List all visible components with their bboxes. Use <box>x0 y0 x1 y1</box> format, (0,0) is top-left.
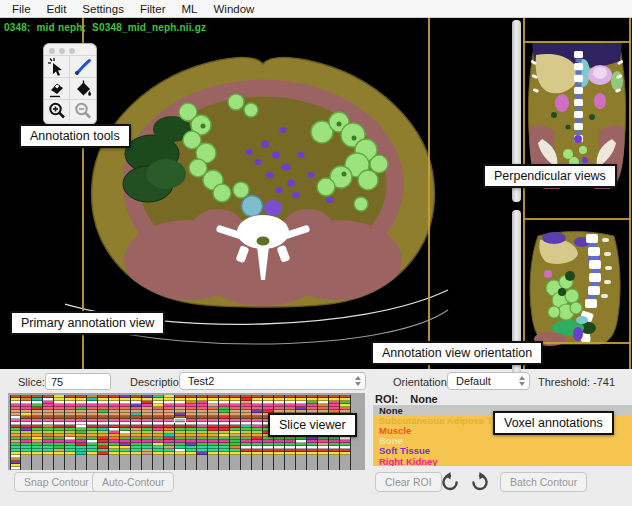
slice-column[interactable] <box>153 395 164 470</box>
slice-cell[interactable] <box>87 452 97 455</box>
menu-item-file[interactable]: File <box>4 2 39 16</box>
brush-tool-button[interactable] <box>70 55 96 77</box>
slice-cell[interactable] <box>11 467 20 470</box>
slice-column[interactable] <box>21 395 32 470</box>
slice-cell[interactable] <box>65 452 75 455</box>
description-select[interactable]: Test2 <box>179 372 366 390</box>
slice-column[interactable] <box>219 395 230 470</box>
roi-list-item[interactable]: Bone <box>373 436 632 446</box>
fill-bucket-tool-button[interactable] <box>70 77 96 99</box>
annotation-tool-palette <box>43 43 97 125</box>
primary-annotation-view-callout: Primary annotation view <box>10 311 165 335</box>
slice-column[interactable] <box>10 395 21 470</box>
window-dot[interactable] <box>69 48 75 54</box>
slice-column[interactable] <box>109 395 120 470</box>
coronal-slice-line <box>523 41 631 43</box>
slice-column[interactable] <box>208 395 219 470</box>
magic-wand-tool-button[interactable] <box>44 55 70 77</box>
slice-cell[interactable] <box>340 452 350 455</box>
slice-cell[interactable] <box>43 452 53 455</box>
menu-item-ml[interactable]: ML <box>173 2 205 16</box>
slice-input[interactable] <box>45 373 111 390</box>
slice-cell[interactable] <box>318 452 328 455</box>
roi-list-item[interactable]: Soft Tissue <box>373 446 632 456</box>
menu-item-edit[interactable]: Edit <box>39 2 75 16</box>
slice-cell[interactable] <box>164 452 174 455</box>
slice-column[interactable] <box>252 395 263 470</box>
slice-cell[interactable] <box>241 452 251 455</box>
slice-column[interactable] <box>54 395 65 470</box>
slice-cell[interactable] <box>252 452 262 455</box>
slice-cell[interactable] <box>307 452 317 455</box>
slice-cell[interactable] <box>329 452 339 455</box>
window-dot[interactable] <box>49 48 55 54</box>
slice-cell[interactable] <box>274 452 284 455</box>
slice-cell[interactable] <box>230 452 240 455</box>
slice-column[interactable] <box>175 395 186 470</box>
slice-cell[interactable] <box>153 452 163 455</box>
slice-cell[interactable] <box>285 452 295 455</box>
annotation-view-orientation-callout: Annotation view orientation <box>371 341 543 365</box>
slice-column[interactable] <box>197 395 208 470</box>
sagittal-slice-line-top <box>523 218 631 220</box>
slice-cell[interactable] <box>197 452 207 455</box>
slice-column[interactable] <box>87 395 98 470</box>
batch-contour-button[interactable]: Batch Contour <box>500 472 587 492</box>
menu-item-window[interactable]: Window <box>205 2 262 16</box>
slice-cell[interactable] <box>131 452 141 455</box>
slice-column[interactable] <box>186 395 197 470</box>
perp-frame-left <box>523 18 525 369</box>
clear-roi-button[interactable]: Clear ROI <box>375 472 442 492</box>
orientation-select[interactable]: Default <box>447 372 530 390</box>
slice-cell[interactable] <box>98 452 108 455</box>
slice-column[interactable] <box>43 395 54 470</box>
slice-column[interactable] <box>65 395 76 470</box>
axial-crosshair-right <box>428 18 430 369</box>
slice-column[interactable] <box>142 395 153 470</box>
slice-cell[interactable] <box>142 452 152 455</box>
orientation-label: Orientation: <box>393 376 450 388</box>
menu-item-settings[interactable]: Settings <box>74 2 132 16</box>
zoom-out-tool-button[interactable] <box>70 99 96 121</box>
auto-contour-button[interactable]: Auto-Contour <box>92 472 174 492</box>
application-window: FileEditSettingsFilterMLWindow 0348; mid… <box>0 0 632 506</box>
slice-cell[interactable] <box>76 452 86 455</box>
slice-column[interactable] <box>241 395 252 470</box>
annotation-tools-callout: Annotation tools <box>19 124 131 148</box>
slice-cell[interactable] <box>32 452 42 455</box>
threshold-label: Threshold: -741 <box>538 376 615 388</box>
slice-column[interactable] <box>32 395 43 470</box>
slice-cell[interactable] <box>175 452 185 455</box>
menu-item-filter[interactable]: Filter <box>132 2 174 16</box>
undo-button[interactable] <box>437 469 463 495</box>
slice-column[interactable] <box>98 395 109 470</box>
slice-cell[interactable] <box>219 452 229 455</box>
window-dot[interactable] <box>59 48 65 54</box>
roi-list-item[interactable]: Right Kidney <box>373 456 632 466</box>
slice-cell[interactable] <box>21 452 31 455</box>
volume-status-text: 0348; mid neph; S0348_mid_neph.nii.gz <box>4 22 206 33</box>
slice-cell[interactable] <box>120 452 130 455</box>
snap-contour-button[interactable]: Snap Contour <box>14 472 99 492</box>
undo-icon <box>439 471 461 493</box>
slice-cell[interactable] <box>208 452 218 455</box>
threshold-value: -741 <box>593 376 615 388</box>
eraser-tool-button[interactable] <box>44 77 70 99</box>
slice-column[interactable] <box>230 395 241 470</box>
slice-column[interactable] <box>131 395 142 470</box>
slice-label: Slice: <box>18 376 45 388</box>
slice-column[interactable] <box>76 395 87 470</box>
slice-cell[interactable] <box>186 452 196 455</box>
slice-cell[interactable] <box>296 452 306 455</box>
slice-cell[interactable] <box>109 452 119 455</box>
redo-button[interactable] <box>467 469 493 495</box>
slice-column[interactable] <box>164 395 175 470</box>
slice-cell[interactable] <box>263 452 273 455</box>
slice-column[interactable] <box>120 395 131 470</box>
fill-bucket-icon <box>73 79 93 99</box>
zoom-in-icon <box>47 101 67 121</box>
slice-cell[interactable] <box>54 452 64 455</box>
redo-icon <box>469 471 491 493</box>
stepper-icon <box>519 376 525 386</box>
zoom-in-tool-button[interactable] <box>44 99 70 121</box>
